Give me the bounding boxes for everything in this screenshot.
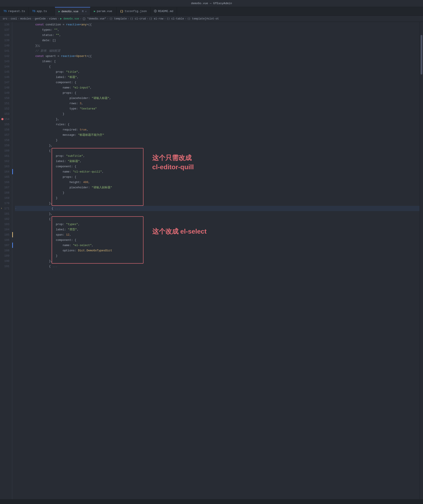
line-163: 163 bbox=[0, 164, 12, 169]
code-line-136: const condition = reactive<any>({ bbox=[15, 22, 423, 27]
code-line-137: types: "", bbox=[15, 27, 423, 32]
tab-label: README.md bbox=[158, 10, 173, 13]
code-line-160: { bbox=[15, 148, 423, 153]
line-170: 170 bbox=[0, 201, 12, 206]
line-186: 186 bbox=[0, 237, 12, 243]
scrollbar-track[interactable] bbox=[420, 22, 423, 499]
code-line-164: name: "cl-editor-quill", bbox=[15, 169, 423, 174]
tab-close[interactable]: M ✕ bbox=[82, 10, 87, 13]
line-188: 188 bbox=[0, 248, 12, 253]
code-line-185: span: 12, bbox=[15, 232, 423, 237]
line-189: 189 bbox=[0, 253, 12, 258]
breadcrumb: src › cool › modules › genCode › views ›… bbox=[0, 16, 423, 22]
code-line-170: }, bbox=[15, 201, 423, 206]
scrollbar-thumb[interactable] bbox=[421, 35, 422, 74]
line-142: 142 bbox=[0, 54, 12, 59]
line-162: 162 bbox=[0, 158, 12, 164]
code-line-147: component: { bbox=[15, 80, 423, 85]
code-line-144: { bbox=[15, 64, 423, 69]
breakpoint-dot bbox=[1, 118, 4, 120]
line-147: 147 bbox=[0, 80, 12, 85]
code-line-161: prop: "subTitle", bbox=[15, 153, 423, 158]
code-line-152: type: "textarea" bbox=[15, 106, 423, 111]
line-161: 161 bbox=[0, 153, 12, 158]
line-141: 141 bbox=[0, 48, 12, 54]
md-icon: ⓘ bbox=[154, 9, 157, 13]
line-154: 154 bbox=[0, 116, 12, 122]
code-line-166: height: 400, bbox=[15, 180, 423, 185]
line-149: 149 bbox=[0, 90, 12, 96]
code-line-145: prop: "title", bbox=[15, 69, 423, 74]
code-line-187: name: "el-select", bbox=[15, 243, 423, 248]
crumb-cl-table: ⟨⟩ cl-table bbox=[167, 17, 184, 20]
code-line-140: }); bbox=[15, 43, 423, 48]
code-line-153: } bbox=[15, 111, 423, 116]
tab-label: demoGo.vue bbox=[61, 10, 78, 13]
line-144: 144 bbox=[0, 64, 12, 69]
line-143: 143 bbox=[0, 59, 12, 64]
crumb-slot: ⟨⟩ template[#slot-ot bbox=[187, 17, 219, 20]
tab-demoGo[interactable]: ▶ demoGo.vue M ✕ bbox=[55, 7, 90, 16]
line-183: 183 bbox=[0, 222, 12, 227]
tab-param[interactable]: ▶ param.vue bbox=[90, 7, 117, 16]
code-line-151: rows: 3, bbox=[15, 101, 423, 106]
line-150: 150 bbox=[0, 96, 12, 101]
code-line-155: rules: { bbox=[15, 122, 423, 127]
line-171: › 171 bbox=[0, 206, 12, 211]
line-160: 160 bbox=[0, 148, 12, 153]
line-184: 184 bbox=[0, 227, 12, 232]
code-line-143: items: [ bbox=[15, 59, 423, 64]
tab-bar: TS request.ts TS app.ts ▶ demoGo.vue M ✕… bbox=[0, 7, 423, 16]
line-182: 182 bbox=[0, 216, 12, 222]
line-148: 148 bbox=[0, 85, 12, 90]
code-line-183: prop: "types", bbox=[15, 222, 423, 227]
vue-icon: ▶ bbox=[94, 10, 95, 13]
code-line-142: const upsert = reactive<Upsert>({ bbox=[15, 54, 423, 59]
crumb-src: src bbox=[3, 17, 7, 20]
code-line-165: props: { bbox=[15, 174, 423, 180]
vue-icon: ▶ bbox=[59, 10, 60, 13]
crumb-el-row: ⟨⟩ el-row bbox=[149, 17, 163, 20]
tab-app[interactable]: TS app.ts bbox=[29, 7, 55, 16]
crumb-obj: {} "demoGo.vue" bbox=[82, 17, 106, 20]
tab-request[interactable]: TS request.ts bbox=[0, 7, 29, 16]
code-line-190: }, bbox=[15, 258, 423, 264]
code-line-184: label: "类型", bbox=[15, 227, 423, 232]
crumb-cool: cool bbox=[11, 17, 17, 20]
code-line-159: }, bbox=[15, 143, 423, 148]
code-line-186: component: { bbox=[15, 237, 423, 243]
line-185: 185 bbox=[0, 232, 12, 237]
code-line-158: } bbox=[15, 138, 423, 143]
line-165: 165 bbox=[0, 174, 12, 180]
line-152: 152 bbox=[0, 106, 12, 111]
code-line-148: name: "el-input", bbox=[15, 85, 423, 90]
code-line-163: component: { bbox=[15, 164, 423, 169]
code-line-189: } bbox=[15, 253, 423, 258]
code-line-171: › { ... bbox=[15, 206, 423, 211]
line-169: 169 bbox=[0, 195, 12, 201]
title-bar: demoGo.vue — GfEasyAdmin bbox=[0, 0, 423, 7]
line-190: 190 bbox=[0, 258, 12, 264]
crumb-cl-crud: ⟨⟩ cl-crud bbox=[130, 17, 146, 20]
tab-label: param.vue bbox=[97, 10, 112, 13]
line-191: 191 bbox=[0, 264, 12, 269]
crumb-modules: modules bbox=[20, 17, 31, 20]
code-line-191: { ... bbox=[15, 264, 423, 269]
code-line-154: }, bbox=[15, 116, 423, 122]
line-158: 158 bbox=[0, 138, 12, 143]
code-line-150: placeholder: "请输入标题", bbox=[15, 96, 423, 101]
code-line-162: label: "副标题", bbox=[15, 158, 423, 164]
code-line-167: placeholder: "请输入副标题" bbox=[15, 185, 423, 190]
tab-tsconfig[interactable]: {} tsconfig.json bbox=[117, 7, 151, 16]
fold-arrow: › bbox=[1, 207, 2, 210]
tab-readme[interactable]: ⓘ README.md bbox=[151, 7, 177, 16]
ts-icon: TS bbox=[4, 10, 6, 13]
tab-label: request.ts bbox=[8, 10, 25, 13]
code-line-181: }, bbox=[15, 211, 423, 216]
code-line-141: // 新增、编辑配置 bbox=[15, 48, 423, 54]
line-151: 151 bbox=[0, 101, 12, 106]
code-line-168: } bbox=[15, 190, 423, 195]
line-137: 137 bbox=[0, 27, 12, 32]
line-167: 167 bbox=[0, 185, 12, 190]
line-140: 140 bbox=[0, 43, 12, 48]
